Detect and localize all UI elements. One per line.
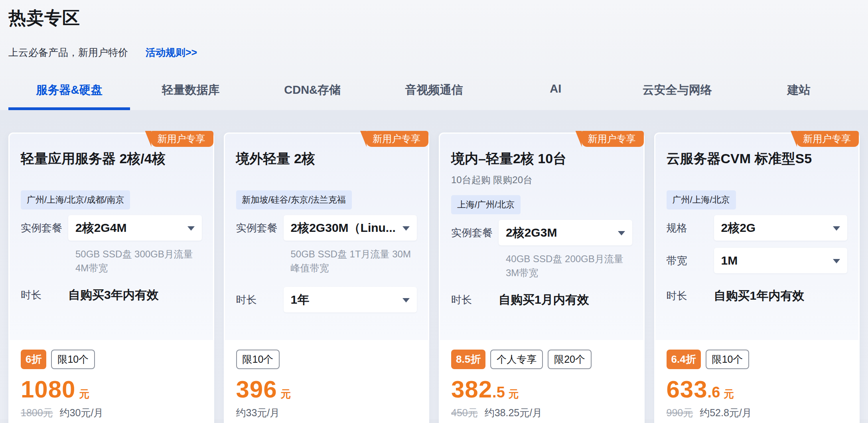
- plan-row: 实例套餐 2核2G4M: [21, 215, 202, 241]
- discount-tag: 8.5折: [451, 350, 485, 369]
- chevron-down-icon: [833, 259, 840, 263]
- price-decimal: .6: [708, 384, 720, 401]
- product-card-overseas-lighthouse: 新用户专享 境外轻量 2核 新加坡/硅谷/东京/法兰克福 实例套餐 2核2G30…: [224, 132, 430, 423]
- card-price-section: 6折 限10个 1080 元 1800元 约30元/月: [10, 340, 213, 423]
- price-amount: 1080: [21, 376, 75, 403]
- new-user-ribbon: 新用户专享: [582, 131, 644, 147]
- tags-row: 6.4折 限10个: [667, 350, 848, 369]
- plan-description: 50GB SSD盘 300GB月流量 4M带宽: [75, 247, 202, 275]
- plan-description: 50GB SSD盘 1T月流量 30M峰值带宽: [291, 247, 417, 275]
- product-card-lighthouse: 新用户专享 轻量应用服务器 2核/4核 广州/上海/北京/成都/南京 实例套餐 …: [8, 132, 214, 423]
- card-config-section: 境内–轻量2核 10台 10台起购 限购20台 上海/广州/北京 实例套餐 2核…: [440, 134, 643, 340]
- chevron-down-icon: [187, 226, 195, 231]
- category-tabs: 服务器&硬盘 轻量数据库 CDN&存储 音视频通信 AI 云安全与网络 建站: [8, 82, 860, 110]
- price-unit: 元: [79, 387, 89, 401]
- plan-select[interactable]: 2核2G3M: [499, 220, 632, 245]
- product-title: 境外轻量 2核: [236, 150, 417, 168]
- monthly-price: 约52.8元/月: [700, 407, 752, 418]
- original-price: 450元: [451, 407, 478, 418]
- card-config-section: 境外轻量 2核 新加坡/硅谷/东京/法兰克福 实例套餐 2核2G30M（Linu…: [225, 134, 428, 340]
- plan-select-value: 2核2G4M: [75, 220, 126, 236]
- tab-website-building[interactable]: 建站: [738, 82, 860, 110]
- duration-value: 自购买3年内有效: [68, 287, 159, 303]
- tab-lite-database[interactable]: 轻量数据库: [130, 82, 252, 110]
- price-meta: 990元 约52.8元/月: [667, 406, 848, 419]
- monthly-price: 约33元/月: [236, 407, 280, 418]
- price-meta: 450元 约38.25元/月: [451, 406, 632, 419]
- duration-row: 时长 自购买1月内有效: [451, 292, 632, 308]
- tab-ai[interactable]: AI: [495, 82, 616, 110]
- plan-row: 实例套餐 2核2G30M（Linu...: [236, 215, 417, 241]
- region-tag: 上海/广州/北京: [451, 195, 521, 214]
- limit-tag: 限10个: [706, 350, 750, 369]
- plan-select[interactable]: 2核2G4M: [68, 215, 202, 241]
- card-price-section: 限10个 396 元 约33元/月: [225, 340, 428, 423]
- tab-cdn-storage[interactable]: CDN&存储: [252, 82, 373, 110]
- new-user-ribbon: 新用户专享: [151, 131, 213, 147]
- product-subtitle: 10台起购 限购20台: [451, 174, 632, 186]
- page-subtitle: 上云必备产品，新用户特价: [8, 46, 128, 59]
- discount-tag: 6.4折: [667, 350, 701, 369]
- plan-select-value: 2核2G3M: [506, 225, 557, 241]
- spec-label: 规格: [667, 221, 714, 235]
- plan-label: 实例套餐: [451, 226, 499, 240]
- spec-select-value: 2核2G: [721, 220, 756, 236]
- price-meta: 约33元/月: [236, 406, 417, 419]
- product-cards-row: 新用户专享 轻量应用服务器 2核/4核 广州/上海/北京/成都/南京 实例套餐 …: [0, 110, 868, 419]
- duration-select[interactable]: 1年: [284, 287, 417, 312]
- price-unit: 元: [724, 387, 734, 401]
- region-tag: 新加坡/硅谷/东京/法兰克福: [236, 190, 352, 210]
- price: 396 元: [236, 376, 417, 403]
- duration-label: 时长: [236, 293, 284, 307]
- chevron-down-icon: [833, 226, 840, 231]
- plan-row: 实例套餐 2核2G3M: [451, 220, 632, 245]
- original-price: 990元: [667, 407, 693, 418]
- plan-label: 实例套餐: [236, 221, 284, 235]
- limit-tag: 限20个: [548, 350, 592, 369]
- limit-tag: 限10个: [236, 350, 280, 369]
- tags-row: 6折 限10个: [21, 350, 202, 369]
- product-card-cvm-s5: 新用户专享 云服务器CVM 标准型S5 广州/上海/北京 规格 2核2G 带宽 …: [654, 132, 860, 423]
- card-price-section: 8.5折 个人专享 限20个 382 .5 元 450元 约38.25元/月: [440, 340, 643, 423]
- activity-rules-link[interactable]: 活动规则>>: [146, 46, 197, 59]
- region-tag: 广州/上海/北京: [667, 190, 736, 210]
- plan-select-value: 2核2G30M（Linu...: [291, 220, 396, 236]
- tab-cloud-security-network[interactable]: 云安全与网络: [616, 82, 738, 110]
- plan-label: 实例套餐: [21, 221, 68, 235]
- monthly-price: 约30元/月: [60, 407, 104, 418]
- bandwidth-label: 带宽: [667, 254, 714, 268]
- duration-value: 自购买1年内有效: [714, 288, 805, 304]
- product-title: 境内–轻量2核 10台: [451, 150, 632, 168]
- product-title: 轻量应用服务器 2核/4核: [21, 150, 202, 168]
- original-price: 1800元: [21, 407, 53, 418]
- bandwidth-select[interactable]: 1M: [714, 248, 848, 273]
- duration-select-value: 1年: [291, 292, 310, 308]
- discount-tag: 6折: [21, 350, 46, 369]
- spec-row: 规格 2核2G: [667, 215, 848, 241]
- card-config-section: 轻量应用服务器 2核/4核 广州/上海/北京/成都/南京 实例套餐 2核2G4M…: [10, 134, 213, 340]
- region-tag: 广州/上海/北京/成都/南京: [21, 190, 130, 210]
- price: 382 .5 元: [451, 376, 632, 403]
- tab-audio-video[interactable]: 音视频通信: [373, 82, 495, 110]
- price-unit: 元: [281, 387, 291, 401]
- duration-row: 时长 自购买1年内有效: [667, 288, 848, 304]
- tags-row: 限10个: [236, 350, 417, 369]
- chevron-down-icon: [402, 298, 410, 302]
- card-price-section: 6.4折 限10个 633 .6 元 990元 约52.8元/月: [655, 340, 859, 423]
- subtitle-row: 上云必备产品，新用户特价 活动规则>>: [8, 46, 860, 59]
- duration-row: 时长 自购买3年内有效: [21, 287, 202, 303]
- plan-select[interactable]: 2核2G30M（Linu...: [284, 215, 417, 241]
- new-user-ribbon: 新用户专享: [366, 131, 428, 147]
- duration-value: 自购买1月内有效: [499, 292, 589, 308]
- duration-label: 时长: [667, 289, 714, 303]
- price: 633 .6 元: [667, 376, 848, 403]
- product-title: 云服务器CVM 标准型S5: [667, 150, 848, 168]
- price-amount: 396: [236, 376, 277, 403]
- bandwidth-select-value: 1M: [721, 254, 738, 267]
- new-user-ribbon: 新用户专享: [797, 131, 859, 147]
- spec-select[interactable]: 2核2G: [714, 215, 848, 241]
- tab-servers-disks[interactable]: 服务器&硬盘: [8, 82, 130, 110]
- bandwidth-row: 带宽 1M: [667, 248, 848, 273]
- tags-row: 8.5折 个人专享 限20个: [451, 350, 632, 369]
- duration-row: 时长 1年: [236, 287, 417, 312]
